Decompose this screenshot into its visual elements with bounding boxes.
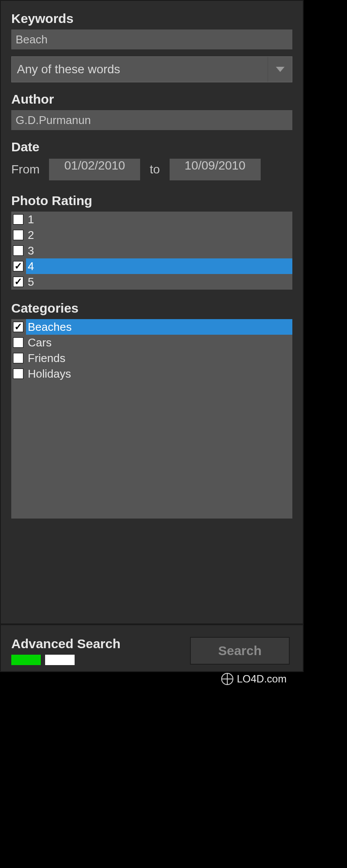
rating-item-row[interactable]: 1 xyxy=(11,212,292,227)
keywords-input[interactable]: Beach xyxy=(11,29,292,49)
category-item-checkbox[interactable] xyxy=(13,337,23,348)
author-heading: Author xyxy=(11,92,292,107)
rating-item-checkbox[interactable]: ✓ xyxy=(13,277,23,287)
date-from-input[interactable]: 01/02/2010 xyxy=(49,159,140,180)
category-item-label: Cars xyxy=(26,335,292,350)
date-from-label: From xyxy=(11,163,39,176)
category-item-label: Holidays xyxy=(26,366,292,382)
category-item-row[interactable]: Cars xyxy=(11,335,292,350)
categories-listbox[interactable]: ✓BeachesCarsFriendsHolidays xyxy=(11,319,292,519)
chevron-down-icon[interactable] xyxy=(268,57,292,82)
date-row: From 01/02/2010 to 10/09/2010 xyxy=(11,159,292,180)
category-item-checkbox[interactable]: ✓ xyxy=(13,322,23,332)
rating-item-row[interactable]: 2 xyxy=(11,227,292,243)
rating-item-label: 2 xyxy=(26,227,292,243)
categories-heading: Categories xyxy=(11,301,292,316)
rating-item-row[interactable]: ✓5 xyxy=(11,274,292,290)
swatch-green[interactable] xyxy=(11,655,41,665)
svg-marker-0 xyxy=(276,67,285,72)
category-item-row[interactable]: Friends xyxy=(11,350,292,366)
rating-listbox[interactable]: 123✓4✓5 xyxy=(11,212,292,290)
author-input[interactable]: G.D.Purmanun xyxy=(11,110,292,130)
category-item-checkbox[interactable] xyxy=(13,369,23,379)
date-heading: Date xyxy=(11,140,292,154)
date-to-label: to xyxy=(150,163,160,176)
category-item-label: Beaches xyxy=(26,319,292,335)
advanced-search-label: Advanced Search xyxy=(11,636,190,651)
search-button[interactable]: Search xyxy=(190,637,290,665)
advanced-search-block: Advanced Search xyxy=(11,636,190,665)
rating-item-checkbox[interactable] xyxy=(13,230,23,240)
keywords-heading: Keywords xyxy=(11,11,292,26)
search-panel: Keywords Beach Any of these words Author… xyxy=(0,0,304,672)
rating-item-checkbox[interactable]: ✓ xyxy=(13,261,23,271)
rating-item-label: 1 xyxy=(26,212,292,227)
category-item-label: Friends xyxy=(26,350,292,366)
keywords-mode-dropdown[interactable]: Any of these words xyxy=(11,56,292,82)
rating-item-label: 3 xyxy=(26,243,292,258)
rating-item-label: 4 xyxy=(26,258,292,274)
watermark: LO4D.com xyxy=(221,673,287,685)
category-item-row[interactable]: Holidays xyxy=(11,366,292,382)
date-to-input[interactable]: 10/09/2010 xyxy=(170,159,261,180)
color-swatches xyxy=(11,655,190,665)
swatch-white[interactable] xyxy=(45,655,75,665)
rating-item-label: 5 xyxy=(26,274,292,290)
globe-icon xyxy=(221,673,233,685)
rating-heading: Photo Rating xyxy=(11,193,292,208)
footer-bar: Advanced Search Search xyxy=(1,623,303,671)
category-item-checkbox[interactable] xyxy=(13,353,23,363)
rating-item-checkbox[interactable] xyxy=(13,245,23,256)
rating-item-checkbox[interactable] xyxy=(13,214,23,225)
rating-item-row[interactable]: 3 xyxy=(11,243,292,258)
watermark-text: LO4D.com xyxy=(237,673,287,685)
keywords-mode-label: Any of these words xyxy=(12,62,268,76)
category-item-row[interactable]: ✓Beaches xyxy=(11,319,292,335)
rating-item-row[interactable]: ✓4 xyxy=(11,258,292,274)
